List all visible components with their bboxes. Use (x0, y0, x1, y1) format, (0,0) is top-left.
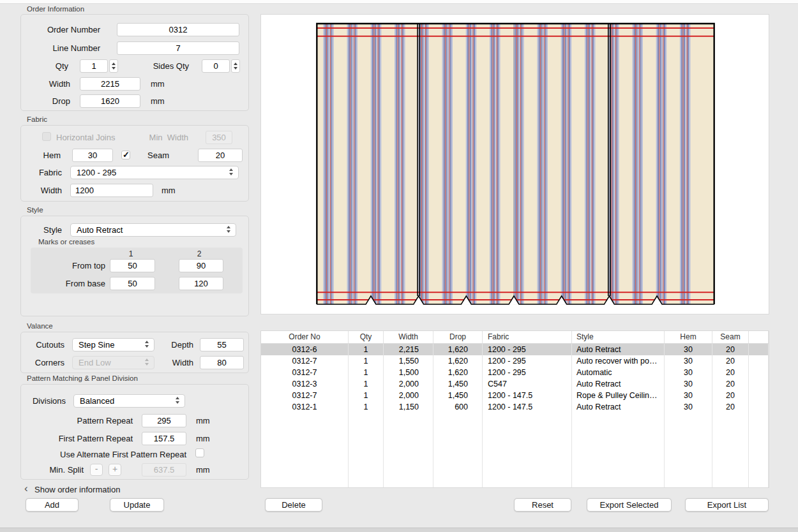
min-split-unit-label: mm (196, 465, 210, 475)
table-cell: 1 (349, 401, 384, 413)
sides-qty-field[interactable]: 0 (202, 59, 230, 73)
column-header[interactable]: Style (572, 331, 665, 343)
table-row[interactable] (261, 470, 769, 482)
table-row[interactable] (261, 436, 769, 447)
table-cell (749, 447, 769, 459)
table-cell: 20 (712, 355, 749, 367)
table-cell (749, 482, 769, 488)
table-cell: 0312-7 (261, 355, 349, 367)
first-pattern-repeat-field[interactable]: 157.5 (142, 432, 186, 445)
fabric-width-field[interactable]: 1200 (70, 184, 153, 197)
column-header[interactable]: Order No (261, 331, 349, 343)
reset-button[interactable]: Reset (514, 498, 571, 512)
table-cell (384, 447, 433, 459)
min-split-decrement-button[interactable]: - (90, 464, 103, 476)
table-body: 0312-612,2151,6201200 - 295Auto Retract3… (261, 344, 769, 488)
divisions-label: Divisions (27, 396, 66, 406)
add-button[interactable]: Add (26, 498, 79, 512)
horizontal-joins-checkbox[interactable] (42, 132, 51, 141)
column-header[interactable]: Seam (712, 331, 749, 343)
table-cell: 1200 - 147.5 (483, 390, 572, 401)
table-cell: 1,620 (433, 344, 483, 355)
seam-field[interactable]: 20 (198, 149, 243, 162)
depth-field[interactable]: 55 (200, 338, 244, 351)
stepper-down-icon (112, 67, 116, 70)
table-cell: 30 (665, 344, 712, 355)
export-list-button[interactable]: Export List (685, 498, 769, 512)
min-split-field[interactable]: 637.5 (142, 463, 186, 477)
export-selected-button[interactable]: Export Selected (587, 498, 672, 512)
from-top-2-field[interactable]: 90 (179, 259, 223, 272)
table-row[interactable]: 0312-312,0001,450C547Auto Retract3020 (261, 378, 769, 390)
column-header[interactable]: Qty (349, 331, 384, 343)
use-alternate-first-pattern-repeat-label: Use Alternate First Pattern Repeat (40, 450, 186, 459)
column-header[interactable]: Width (384, 331, 433, 343)
table-row[interactable]: 0312-711,5501,6201200 - 295Auto recover … (261, 355, 769, 367)
table-cell: 1200 - 295 (483, 344, 572, 355)
table-cell (349, 447, 384, 459)
table-cell: 1200 - 295 (483, 355, 572, 367)
min-width-field[interactable]: 350 (206, 131, 232, 144)
style-label: Style (30, 225, 62, 235)
delete-button[interactable]: Delete (265, 498, 322, 512)
update-button[interactable]: Update (110, 498, 164, 512)
table-row[interactable] (261, 482, 769, 488)
order-number-field[interactable]: 0312 (117, 23, 239, 36)
use-alternate-first-pattern-repeat-checkbox[interactable] (195, 448, 204, 457)
table-cell (712, 470, 749, 482)
pattern-repeat-field[interactable]: 295 (142, 414, 186, 427)
from-base-1-field[interactable]: 50 (110, 277, 155, 290)
pattern-repeat-label: Pattern Repeat (63, 416, 133, 425)
first-pattern-repeat-unit-label: mm (196, 434, 210, 443)
divisions-select[interactable]: Balanced (73, 394, 185, 408)
cutouts-select[interactable]: Step Sine (72, 338, 154, 351)
corners-select[interactable]: End Low (72, 356, 154, 369)
table-cell: 20 (712, 344, 749, 355)
style-select[interactable]: Auto Retract (70, 223, 236, 237)
qty-field[interactable]: 1 (80, 59, 108, 73)
min-split-increment-button[interactable]: + (109, 464, 121, 476)
fabric-width-unit-label: mm (162, 186, 176, 195)
table-row[interactable] (261, 447, 769, 459)
cutouts-select-value: Step Sine (79, 340, 114, 350)
from-top-1-field[interactable]: 50 (110, 259, 155, 272)
table-cell (749, 378, 769, 390)
table-row[interactable]: 0312-711,5001,6201200 - 295Automatic3020 (261, 367, 769, 378)
fabric-select[interactable]: 1200 - 295 (70, 166, 239, 179)
column-header[interactable]: Fabric (483, 331, 572, 343)
table-row[interactable]: 0312-712,0001,4501200 - 147.5Rope & Pull… (261, 390, 769, 401)
table-cell (384, 470, 433, 482)
hem-field[interactable]: 30 (72, 149, 113, 162)
table-cell (665, 459, 712, 470)
from-base-2-field[interactable]: 120 (179, 277, 223, 290)
table-cell (749, 367, 769, 378)
sides-qty-stepper[interactable] (231, 59, 240, 73)
table-row[interactable] (261, 424, 769, 436)
table-row[interactable]: 0312-111,1506001200 - 147.5Auto Retract3… (261, 401, 769, 413)
depth-label: Depth (162, 340, 193, 350)
show-order-information-link[interactable]: Show order information (34, 485, 120, 494)
valance-width-field[interactable]: 80 (200, 356, 244, 369)
qty-stepper[interactable] (109, 59, 118, 73)
stepper-up-icon (234, 63, 237, 65)
column-header[interactable]: Drop (433, 331, 483, 343)
width-field[interactable]: 2215 (80, 77, 140, 91)
column-header[interactable] (749, 331, 769, 343)
table-row[interactable]: 0312-612,2151,6201200 - 295Auto Retract3… (261, 344, 769, 355)
table-row[interactable] (261, 459, 769, 470)
table-cell (349, 482, 384, 488)
table-row[interactable] (261, 413, 769, 424)
window-top-edge (0, 0, 798, 4)
hem-checkbox[interactable] (121, 151, 130, 159)
corners-select-value: End Low (79, 358, 111, 367)
table-cell: C547 (483, 378, 572, 390)
chevron-up-down-icon (227, 226, 232, 235)
fabric-preview-drawing (261, 15, 769, 314)
line-number-field[interactable]: 7 (117, 41, 239, 55)
table-cell (665, 482, 712, 488)
column-header[interactable]: Hem (665, 331, 712, 343)
drop-field[interactable]: 1620 (80, 94, 140, 108)
table-cell (433, 470, 483, 482)
drop-label: Drop (32, 96, 70, 106)
table-cell: 1 (349, 390, 384, 401)
